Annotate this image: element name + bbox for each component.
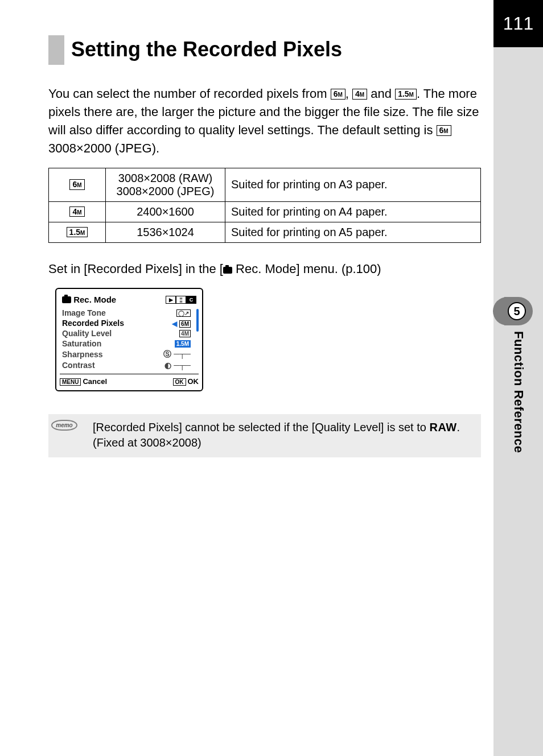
menu-item-sharpness: Sharpness Ⓢ ─┬─ bbox=[61, 349, 192, 360]
heading-row: Setting the Recorded Pixels bbox=[48, 35, 481, 65]
menu-button-icon: MENU bbox=[60, 378, 81, 386]
set-in-paragraph: Set in [Recorded Pixels] in the [ Rec. M… bbox=[48, 260, 481, 278]
menu-item-contrast: Contrast ◐ ─┬─ bbox=[61, 360, 192, 370]
menu-tab-icons: ▶ ¦¦ C bbox=[166, 296, 196, 304]
badge-4m-icon: 4M bbox=[69, 206, 84, 217]
ok-button-icon: OK bbox=[173, 378, 186, 386]
page-number: 111 bbox=[503, 13, 533, 34]
badge-4m-icon: 4M bbox=[352, 89, 367, 100]
page-number-tab: 111 bbox=[493, 0, 543, 47]
badge-6m-default-icon: 6M bbox=[437, 125, 451, 136]
menu-title: Rec. Mode bbox=[73, 295, 116, 304]
memo-text: [Recorded Pixels] cannot be selected if … bbox=[93, 420, 473, 451]
badge-6m-icon: 6M bbox=[69, 179, 84, 190]
resolution-cell: 3008×2008 (RAW)3008×2000 (JPEG) bbox=[106, 168, 225, 201]
menu-item-image-tone: Image Tone ◯↗ bbox=[61, 308, 192, 318]
pixel-size-table: 6M 3008×2008 (RAW)3008×2000 (JPEG) Suite… bbox=[48, 168, 481, 243]
custom-tab-icon: C bbox=[186, 296, 196, 304]
page-title: Setting the Recorded Pixels bbox=[71, 35, 342, 65]
resolution-cell: 1536×1024 bbox=[106, 222, 225, 242]
rec-mode-menu-screenshot: Rec. Mode ▶ ¦¦ C Image Tone ◯↗ Recorded … bbox=[55, 288, 203, 391]
sidebar-section-label: Function Reference bbox=[511, 331, 526, 453]
badge-6m-icon: 6M bbox=[179, 320, 191, 328]
scrollbar-indicator bbox=[196, 309, 199, 332]
description-cell: Suited for printing on A3 paper. bbox=[225, 168, 481, 201]
table-row: 4M 2400×1600 Suited for printing on A4 p… bbox=[49, 201, 481, 222]
intro-paragraph: You can select the number of recorded pi… bbox=[48, 85, 481, 158]
table-row: 1.5M 1536×1024 Suited for printing on A5… bbox=[49, 222, 481, 242]
chapter-number: 5 bbox=[508, 302, 526, 320]
menu-item-quality-level: Quality Level 4M bbox=[61, 328, 192, 338]
table-row: 6M 3008×2008 (RAW)3008×2000 (JPEG) Suite… bbox=[49, 168, 481, 201]
badge-4m-icon: 4M bbox=[179, 330, 191, 337]
badge-1-5m-icon: 1.5M bbox=[395, 89, 417, 100]
camera-icon bbox=[62, 296, 71, 303]
badge-6m-icon: 6M bbox=[331, 89, 345, 100]
setup-tab-icon: ¦¦ bbox=[176, 296, 186, 304]
heading-accent-bar bbox=[48, 35, 64, 65]
badge-1-5m-icon: 1.5M bbox=[67, 227, 88, 238]
description-cell: Suited for printing on A4 paper. bbox=[225, 201, 481, 222]
memo-icon: memo bbox=[51, 420, 77, 431]
chapter-tab: 5 bbox=[504, 297, 533, 325]
menu-cancel: MENUCancel bbox=[60, 377, 107, 386]
sharpness-slider-icon: Ⓢ ─┬─ bbox=[163, 349, 191, 360]
left-arrow-icon: ◀ bbox=[172, 320, 177, 328]
resolution-cell: 2400×1600 bbox=[106, 201, 225, 222]
badge-1-5m-icon: 1.5M bbox=[175, 340, 191, 348]
contrast-slider-icon: ◐ ─┬─ bbox=[164, 361, 191, 370]
menu-ok: OKOK bbox=[173, 377, 199, 386]
playback-tab-icon: ▶ bbox=[166, 296, 176, 304]
image-tone-value-icon: ◯↗ bbox=[176, 309, 191, 317]
camera-icon bbox=[223, 267, 232, 274]
description-cell: Suited for printing on A5 paper. bbox=[225, 222, 481, 242]
menu-item-recorded-pixels: Recorded Pixels ◀6M bbox=[61, 318, 192, 328]
memo-note: memo [Recorded Pixels] cannot be selecte… bbox=[48, 414, 481, 457]
menu-item-saturation: Saturation 1.5M bbox=[61, 338, 192, 349]
